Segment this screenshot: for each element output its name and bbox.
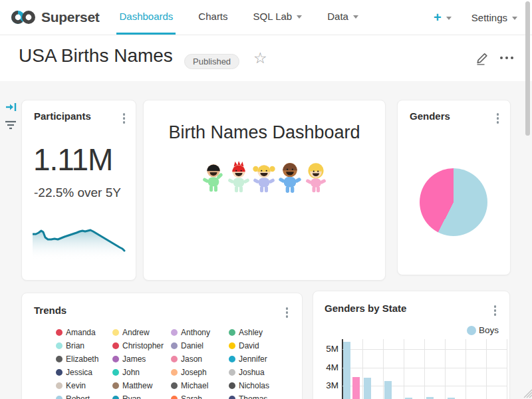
nav-item-label: Dashboards: [119, 11, 173, 22]
legend-swatch: [171, 396, 178, 399]
dot: [500, 57, 503, 59]
superset-logo[interactable]: Superset: [11, 0, 99, 35]
legend-item-jessica[interactable]: Jessica: [56, 366, 112, 379]
resize-handle-icon[interactable]: [522, 388, 532, 399]
legend-label: Joseph: [181, 368, 207, 377]
dot: [123, 113, 126, 116]
legend-item-ryan[interactable]: Ryan: [112, 392, 171, 399]
nav-item-label: Charts: [198, 11, 227, 22]
legend-item-joshua[interactable]: Joshua: [229, 366, 302, 379]
legend-swatch: [171, 356, 178, 362]
y-axis-tick: 4M: [315, 362, 338, 372]
legend-item-jason[interactable]: Jason: [171, 352, 229, 366]
legend-swatch: [56, 369, 63, 376]
chevron-down-icon: [353, 15, 358, 19]
legend-swatch: [229, 382, 235, 389]
legend-item-michael[interactable]: Michael: [171, 379, 229, 392]
gridline-v: [424, 339, 425, 399]
legend-item-elizabeth[interactable]: Elizabeth: [56, 352, 112, 366]
legend-swatch: [56, 396, 63, 399]
filter-bar-collapsed-button[interactable]: [5, 119, 17, 134]
legend-swatch: [229, 342, 235, 349]
markdown-card: Birth Names Dashboard: [143, 100, 386, 281]
nav-item-dashboards[interactable]: Dashboards: [116, 0, 176, 35]
boy-dark-hair-green-emoji: [201, 160, 225, 194]
legend-swatch: [56, 342, 63, 349]
legend-item-anthony[interactable]: Anthony: [171, 326, 229, 339]
legend-item-nicholas[interactable]: Nicholas: [229, 379, 302, 392]
nav-right: + Settings: [434, 0, 517, 35]
dot: [511, 57, 513, 59]
legend-item-robert[interactable]: Robert: [56, 392, 112, 399]
genders-by-state-card: Genders by State Boys 5M4M3M: [313, 291, 510, 399]
legend-item-boys[interactable]: Boys: [467, 325, 499, 335]
filter-icon: [5, 119, 17, 131]
legend-item-ashley[interactable]: Ashley: [229, 326, 302, 339]
bar-girls: [352, 377, 360, 399]
legend-label: Jason: [181, 354, 202, 364]
vertical-scrollbar-thumb[interactable]: [525, 1, 530, 136]
legend-swatch: [171, 382, 178, 389]
new-item-button[interactable]: +: [434, 11, 452, 24]
legend-swatch: [467, 326, 476, 335]
legend-item-thomas[interactable]: Thomas: [229, 392, 302, 399]
page-title: USA Births Names: [19, 45, 173, 66]
legend-item-daniel[interactable]: Daniel: [171, 339, 229, 352]
nav-item-charts[interactable]: Charts: [196, 0, 230, 35]
legend-swatch: [229, 356, 235, 362]
legend-item-andrew[interactable]: Andrew: [112, 326, 171, 339]
chart-menu-kebab[interactable]: [122, 112, 127, 125]
legend-label: Matthew: [122, 381, 152, 390]
legend-item-matthew[interactable]: Matthew: [112, 379, 171, 392]
more-actions-button[interactable]: [500, 57, 513, 59]
legend-item-james[interactable]: James: [112, 352, 171, 366]
chart-title: Trends: [34, 305, 66, 316]
legend-item-kevin[interactable]: Kevin: [56, 379, 112, 392]
trends-card: Trends AmandaAndrewAnthonyAshleyBrianChr…: [21, 293, 303, 399]
legend-item-brian[interactable]: Brian: [56, 339, 112, 352]
dot: [123, 121, 126, 124]
pencil-icon: [475, 51, 491, 66]
big-number-subheader: -22.5% over 5Y: [34, 186, 121, 200]
dot: [494, 313, 497, 316]
nav-item-sql-lab[interactable]: SQL Lab: [251, 0, 305, 35]
nav-item-data[interactable]: Data: [325, 0, 361, 35]
dot: [123, 117, 126, 120]
legend-item-amanda[interactable]: Amanda: [56, 326, 112, 339]
dot: [286, 315, 289, 318]
favorite-star-icon[interactable]: ☆: [253, 49, 267, 67]
dot: [286, 307, 289, 310]
expand-filter-bar-button[interactable]: [5, 101, 17, 116]
plus-icon: +: [434, 11, 442, 24]
girl-red-hair-mint-emoji: [226, 160, 251, 194]
chevron-down-icon: [512, 17, 517, 20]
chart-menu-kebab[interactable]: [493, 304, 498, 317]
legend-swatch: [112, 369, 119, 376]
kids-emoji-row: [201, 159, 328, 194]
dashboard-header: USA Births Names Published ☆: [0, 35, 532, 81]
brand-name: Superset: [41, 9, 99, 25]
legend-label: John: [122, 368, 140, 377]
legend-label: James: [122, 354, 146, 364]
legend-item-joseph[interactable]: Joseph: [171, 366, 229, 379]
nav-item-label: SQL Lab: [253, 11, 293, 22]
trendline-area-chart: [33, 223, 126, 260]
legend-item-david[interactable]: David: [229, 339, 302, 352]
chart-menu-kebab[interactable]: [285, 306, 290, 319]
chart-menu-kebab[interactable]: [495, 112, 501, 125]
edit-dashboard-button[interactable]: [475, 51, 491, 69]
legend-item-john[interactable]: John: [112, 366, 171, 379]
legend-label: Anthony: [181, 328, 210, 337]
legend-label: Elizabeth: [66, 354, 98, 364]
published-badge[interactable]: Published: [184, 54, 239, 69]
y-axis-tick: 3M: [315, 380, 338, 390]
legend-item-jennifer[interactable]: Jennifer: [229, 352, 302, 366]
settings-menu[interactable]: Settings: [471, 12, 517, 23]
legend-item-sarah[interactable]: Sarah: [171, 392, 229, 399]
dot: [494, 309, 497, 312]
legend-label: Robert: [66, 394, 90, 399]
legend-item-christopher[interactable]: Christopher: [112, 339, 171, 352]
girl-blonde-hair-pink-emoji: [303, 160, 328, 194]
superset-infinity-icon: [11, 9, 36, 25]
chart-title: Participants: [34, 110, 91, 122]
